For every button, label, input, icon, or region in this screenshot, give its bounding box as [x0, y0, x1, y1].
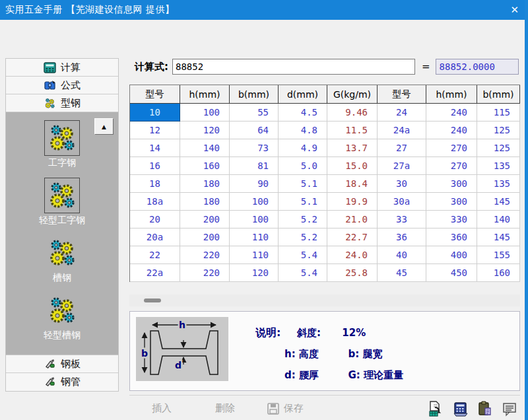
table-cell[interactable]: 155	[477, 246, 520, 264]
insert-button[interactable]: 插入	[152, 402, 172, 415]
table-cell[interactable]: 16	[130, 157, 180, 175]
table-cell[interactable]: 27a	[378, 157, 426, 175]
table-cell[interactable]: 45	[378, 264, 426, 282]
table-cell[interactable]: 5.4	[279, 246, 327, 264]
table-cell[interactable]: 5.0	[279, 157, 327, 175]
table-cell[interactable]: 90	[230, 175, 279, 193]
table-cell[interactable]: 4.8	[279, 122, 327, 139]
table-cell[interactable]: 15.0	[327, 157, 378, 175]
table-cell[interactable]: 160	[477, 264, 520, 282]
table-cell[interactable]: 240	[426, 122, 477, 139]
table-cell[interactable]: 5.1	[279, 175, 327, 193]
table-cell[interactable]: 55	[230, 104, 279, 122]
table-cell[interactable]: 160	[180, 157, 230, 175]
table-cell[interactable]: 73	[230, 139, 279, 157]
table-cell[interactable]: 22	[130, 246, 180, 264]
sidebar-item-formula[interactable]: 公式	[6, 77, 118, 94]
paste-icon[interactable]	[477, 401, 493, 417]
scroll-up-button[interactable]: ▲	[94, 118, 114, 135]
light-channel-button[interactable]	[44, 293, 80, 328]
table-cell[interactable]: 13.7	[327, 139, 378, 157]
table-cell[interactable]: 20	[130, 211, 180, 228]
table-cell[interactable]: 10	[130, 104, 180, 122]
sidebar-item-steel-plate[interactable]: 钢板	[6, 355, 118, 373]
table-cell[interactable]: 100	[230, 193, 279, 211]
table-cell[interactable]: 270	[426, 139, 477, 157]
table-cell[interactable]: 200	[180, 228, 230, 246]
table-cell[interactable]: 14	[130, 139, 180, 157]
formula-input[interactable]	[172, 59, 415, 75]
table-cell[interactable]: 300	[426, 175, 477, 193]
table-cell[interactable]: 24.0	[327, 246, 378, 264]
sidebar-item-calculate[interactable]: 计算	[6, 59, 118, 77]
table-cell[interactable]: 5.4	[279, 264, 327, 282]
table-cell[interactable]: 5.1	[279, 193, 327, 211]
table-cell[interactable]: 135	[477, 175, 520, 193]
table-cell[interactable]: 115	[477, 104, 520, 122]
table-cell[interactable]: 40	[378, 246, 426, 264]
table-cell[interactable]: 33	[378, 211, 426, 228]
channel-button[interactable]	[44, 235, 80, 271]
table-cell[interactable]: 145	[477, 228, 520, 246]
table-cell[interactable]: 36	[378, 228, 426, 246]
scrollbar-thumb[interactable]	[144, 298, 161, 302]
save-button[interactable]: 保存	[267, 402, 304, 415]
table-cell[interactable]: 120	[180, 122, 230, 139]
table-cell[interactable]: 22a	[130, 264, 180, 282]
table-cell[interactable]: 120	[230, 264, 279, 282]
table-cell[interactable]: 64	[230, 122, 279, 139]
table-cell[interactable]: 30a	[378, 193, 426, 211]
table-cell[interactable]: 135	[477, 157, 520, 175]
table-cell[interactable]: 4.9	[279, 139, 327, 157]
table-cell[interactable]: 9.46	[327, 104, 378, 122]
table-cell[interactable]: 330	[426, 211, 477, 228]
table-cell[interactable]: 24	[378, 104, 426, 122]
table-cell[interactable]: 200	[180, 211, 230, 228]
table-cell[interactable]: 110	[230, 228, 279, 246]
table-cell[interactable]: 21.0	[327, 211, 378, 228]
horizontal-scrollbar[interactable]	[129, 295, 520, 306]
table-cell[interactable]: 360	[426, 228, 477, 246]
table-cell[interactable]: 140	[477, 211, 520, 228]
table-cell[interactable]: 220	[180, 246, 230, 264]
close-button[interactable]: ✕	[510, 5, 519, 15]
table-cell[interactable]: 30	[378, 175, 426, 193]
table-cell[interactable]: 110	[230, 246, 279, 264]
calculator-tool-icon[interactable]	[453, 401, 469, 417]
table-cell[interactable]: 20a	[130, 228, 180, 246]
ibeam-button[interactable]	[44, 120, 80, 156]
table-cell[interactable]: 19.9	[327, 193, 378, 211]
table-cell[interactable]: 400	[426, 246, 477, 264]
table-cell[interactable]: 100	[180, 104, 230, 122]
table-cell[interactable]: 18	[130, 175, 180, 193]
table-cell[interactable]: 18a	[130, 193, 180, 211]
table-cell[interactable]: 4.5	[279, 104, 327, 122]
table-cell[interactable]: 125	[477, 122, 520, 139]
sidebar-item-steel-pipe[interactable]: 钢管	[6, 373, 118, 391]
table-cell[interactable]: 140	[180, 139, 230, 157]
table-cell[interactable]: 450	[426, 264, 477, 282]
comment-icon[interactable]	[502, 401, 517, 417]
table-cell[interactable]: 100	[230, 211, 279, 228]
table-cell[interactable]: 240	[426, 104, 477, 122]
table-cell[interactable]: 270	[426, 157, 477, 175]
table-cell[interactable]: 5.2	[279, 228, 327, 246]
table-cell[interactable]: 24a	[378, 122, 426, 139]
table-cell[interactable]: 12	[130, 122, 180, 139]
table-cell[interactable]: 81	[230, 157, 279, 175]
table-cell[interactable]: 125	[477, 139, 520, 157]
table-cell[interactable]: 22.7	[327, 228, 378, 246]
table-cell[interactable]: 27	[378, 139, 426, 157]
delete-button[interactable]: 删除	[215, 402, 235, 415]
table-cell[interactable]: 300	[426, 193, 477, 211]
table-cell[interactable]: 180	[180, 193, 230, 211]
table-cell[interactable]: 25.8	[327, 264, 378, 282]
table-cell[interactable]: 5.2	[279, 211, 327, 228]
light-ibeam-button[interactable]	[44, 178, 80, 213]
table-cell[interactable]: 145	[477, 193, 520, 211]
sidebar-item-section-steel[interactable]: 型钢	[6, 94, 118, 112]
table-cell[interactable]: 220	[180, 264, 230, 282]
table-cell[interactable]: 18.4	[327, 175, 378, 193]
table-cell[interactable]: 11.5	[327, 122, 378, 139]
table-cell[interactable]: 180	[180, 175, 230, 193]
